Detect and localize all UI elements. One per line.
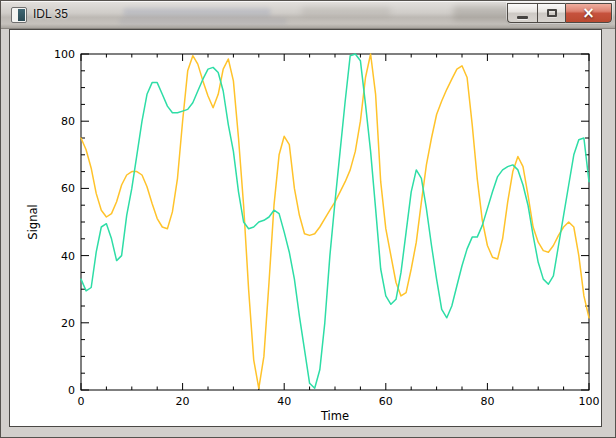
x-axis-label: Time: [320, 409, 349, 423]
minimize-icon: [517, 16, 528, 19]
y-tick-label: 60: [61, 182, 75, 195]
y-axis-label: Signal: [26, 204, 40, 239]
x-tick-label: 100: [579, 395, 600, 408]
signal-green-line: [81, 54, 589, 388]
window-title: IDL 35: [33, 7, 68, 21]
maximize-button[interactable]: [537, 3, 565, 23]
glass-smudge: [453, 6, 515, 21]
x-tick-label: 40: [277, 395, 291, 408]
x-tick-label: 20: [176, 395, 190, 408]
idl-window-icon: [11, 7, 27, 23]
glass-smudge: [301, 7, 391, 16]
y-tick-label: 0: [68, 384, 75, 397]
signal-gold-line: [81, 54, 589, 388]
y-tick-label: 40: [61, 250, 75, 263]
y-tick-label: 80: [61, 115, 75, 128]
plot-box: [81, 54, 589, 390]
caption-buttons: ×: [507, 3, 612, 23]
x-tick-label: 60: [379, 395, 393, 408]
maximize-icon: [547, 9, 557, 17]
y-tick-label: 100: [54, 48, 75, 61]
x-tick-label: 80: [480, 395, 494, 408]
idl-window: IDL 35 × 020406080100020406080100TimeSig…: [0, 0, 616, 438]
plot-client-area: 020406080100020406080100TimeSignal: [9, 29, 602, 427]
close-button[interactable]: ×: [565, 3, 612, 23]
glass-smudge: [119, 18, 287, 25]
titlebar[interactable]: IDL 35 ×: [1, 1, 615, 29]
close-icon: ×: [582, 4, 595, 22]
chart-svg: 020406080100020406080100TimeSignal: [10, 30, 601, 426]
x-tick-label: 0: [78, 395, 85, 408]
minimize-button[interactable]: [507, 3, 537, 23]
glass-smudge: [123, 8, 271, 16]
y-tick-label: 20: [61, 317, 75, 330]
